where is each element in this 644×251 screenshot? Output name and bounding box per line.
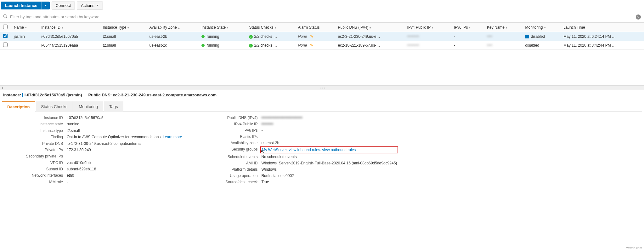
description-panel: Instance IDi-07df312d5e15670a5 Instance …: [0, 112, 644, 188]
grip-icon: [320, 88, 325, 88]
cell-name: [11, 41, 38, 50]
select-all-checkbox[interactable]: [3, 25, 8, 29]
col-instance-type[interactable]: Instance Type▾: [100, 23, 146, 32]
row-checkbox[interactable]: [3, 43, 8, 47]
cell-az: us-east-2b: [146, 32, 198, 41]
col-monitoring[interactable]: Monitoring▾: [522, 23, 560, 32]
val-private-ips: 172.31.30.249: [67, 148, 182, 152]
instances-table: Name▾ Instance ID▾ Instance Type▾ Availa…: [0, 23, 644, 50]
cell-status-checks: ✓2/2 checks …: [246, 32, 295, 41]
col-launch-time[interactable]: Launch Time: [560, 23, 644, 32]
cell-alarm-status: None ✎: [295, 41, 335, 50]
lbl-public-dns: Public DNS (IPv4): [201, 116, 257, 120]
lbl-instance-state: Instance state: [6, 122, 63, 126]
cell-instance-type: t2.small: [100, 41, 146, 50]
check-icon: ✓: [249, 35, 253, 39]
col-instance-id[interactable]: Instance ID▾: [38, 23, 99, 32]
learn-more-link[interactable]: Learn more: [163, 135, 182, 139]
val-iam-role: -: [67, 180, 182, 184]
val-public-dns: •••••••••••••••••••••••••••••••: [261, 116, 397, 120]
val-network-interfaces[interactable]: eth0: [67, 173, 182, 178]
val-instance-type: t2.small: [67, 128, 182, 133]
col-az[interactable]: Availability Zone▴: [146, 23, 198, 32]
val-elastic-ips: [261, 134, 397, 139]
col-alarm-status[interactable]: Alarm Status: [295, 23, 335, 32]
connect-button[interactable]: Connect: [52, 2, 75, 9]
public-dns-value: ec2-3-21-230-249.us-east-2.compute.amazo…: [113, 93, 217, 97]
cell-key-name: ••••: [484, 32, 522, 41]
lbl-ipv4-public: IPv4 Public IP: [201, 122, 257, 126]
check-icon: ✓: [249, 44, 253, 48]
lbl-private-ips: Private IPs: [6, 148, 63, 152]
row-checkbox[interactable]: [3, 34, 8, 38]
lbl-usage-operation: Usage operation: [201, 174, 257, 178]
tab-status-checks[interactable]: Status Checks: [36, 101, 73, 112]
tab-description[interactable]: Description: [2, 101, 35, 112]
instances-table-area: Name▾ Instance ID▾ Instance Type▾ Availa…: [0, 23, 644, 86]
edit-alarm-icon[interactable]: ✎: [310, 43, 314, 48]
col-public-dns[interactable]: Public DNS (IPv4)▾: [335, 23, 404, 32]
launch-instance-split-button: Launch Instance: [1, 2, 50, 9]
info-icon[interactable]: ?: [636, 14, 641, 20]
lbl-az: Availability zone: [201, 141, 257, 145]
col-status-checks[interactable]: Status Checks▾: [246, 23, 295, 32]
val-ami-id[interactable]: Windows_Server-2019-English-Full-Base-20…: [261, 161, 397, 165]
cell-monitoring: disabled: [522, 41, 560, 50]
val-ipv6: -: [261, 128, 397, 133]
launch-instance-button[interactable]: Launch Instance: [1, 2, 42, 9]
col-ipv4-public[interactable]: IPv4 Public IP▾: [404, 23, 451, 32]
filter-input[interactable]: [10, 13, 633, 20]
cell-public-dns: ec2-18-221-189-57.us-…: [335, 41, 404, 50]
actions-dropdown[interactable]: Actions: [77, 2, 103, 9]
instance-label: Instance:: [3, 93, 21, 97]
cell-launch-time: May 11, 2020 at 6:24:14 PM …: [560, 32, 644, 41]
search-icon: [3, 14, 8, 20]
val-subnet-id[interactable]: subnet-629eb118: [67, 167, 182, 171]
cell-az: us-east-2c: [146, 41, 198, 50]
lbl-instance-type: Instance type: [6, 128, 63, 133]
caret-down-icon: [44, 5, 47, 6]
val-secondary-ips: [67, 154, 182, 158]
col-name[interactable]: Name▾: [11, 23, 38, 32]
tab-tags[interactable]: Tags: [104, 101, 123, 112]
table-row[interactable]: jasmini-07df312d5e15670a5t2.smallus-east…: [0, 32, 644, 41]
collapse-left-icon[interactable]: ‹: [2, 86, 3, 90]
security-group-link[interactable]: My WebServer: [262, 148, 286, 152]
lbl-finding: Finding: [6, 135, 63, 139]
edit-alarm-icon[interactable]: ✎: [310, 34, 314, 39]
col-ipv6[interactable]: IPv6 IPs▾: [451, 23, 484, 32]
table-row[interactable]: i-0544f72515190eaaat2.smallus-east-2crun…: [0, 41, 644, 50]
cell-ipv4-public: •••••••••: [404, 41, 451, 50]
val-vpc-id[interactable]: vpc-d010d9bb: [67, 161, 182, 165]
cell-state: running: [198, 41, 246, 50]
lbl-network-interfaces: Network interfaces: [6, 173, 63, 178]
lbl-iam-role: IAM role: [6, 180, 63, 184]
val-ipv4-public: •••••••••: [261, 122, 397, 126]
description-right-column: Public DNS (IPv4)•••••••••••••••••••••••…: [201, 116, 397, 184]
lbl-private-dns: Private DNS: [6, 141, 63, 146]
view-outbound-rules-link[interactable]: view outbound rules: [322, 148, 356, 152]
col-instance-state[interactable]: Instance State▾: [198, 23, 246, 32]
cell-instance-type: t2.small: [100, 32, 146, 41]
lbl-security-groups: Security groups: [201, 147, 257, 153]
col-key-name[interactable]: Key Name▾: [484, 23, 522, 32]
view-inbound-rules-link[interactable]: view inbound rules: [289, 148, 320, 152]
cell-name: jasmin: [11, 32, 38, 41]
lbl-scheduled-events: Scheduled events: [201, 155, 257, 159]
launch-instance-dropdown[interactable]: [42, 2, 50, 9]
cell-instance-id: i-0544f72515190eaaa: [38, 41, 99, 50]
pane-splitter[interactable]: ‹: [0, 86, 644, 90]
tab-monitoring[interactable]: Monitoring: [73, 101, 103, 112]
detail-tabs: Description Status Checks Monitoring Tag…: [2, 101, 642, 112]
public-dns-label: Public DNS:: [88, 93, 112, 97]
cell-key-name: ••••: [484, 41, 522, 50]
val-instance-state: running: [67, 122, 182, 126]
lbl-vpc-id: VPC ID: [6, 161, 63, 165]
val-usage-operation: RunInstances:0002: [261, 174, 397, 178]
val-scheduled-events[interactable]: No scheduled events: [261, 155, 397, 159]
instance-id-value: i-07df312d5e15670a5 (jasmin): [25, 93, 82, 97]
cell-state: running: [198, 32, 246, 41]
cell-instance-id: i-07df312d5e15670a5: [38, 32, 99, 41]
lbl-instance-id: Instance ID: [6, 116, 63, 120]
lbl-source-dest: Source/dest. check: [201, 180, 257, 184]
